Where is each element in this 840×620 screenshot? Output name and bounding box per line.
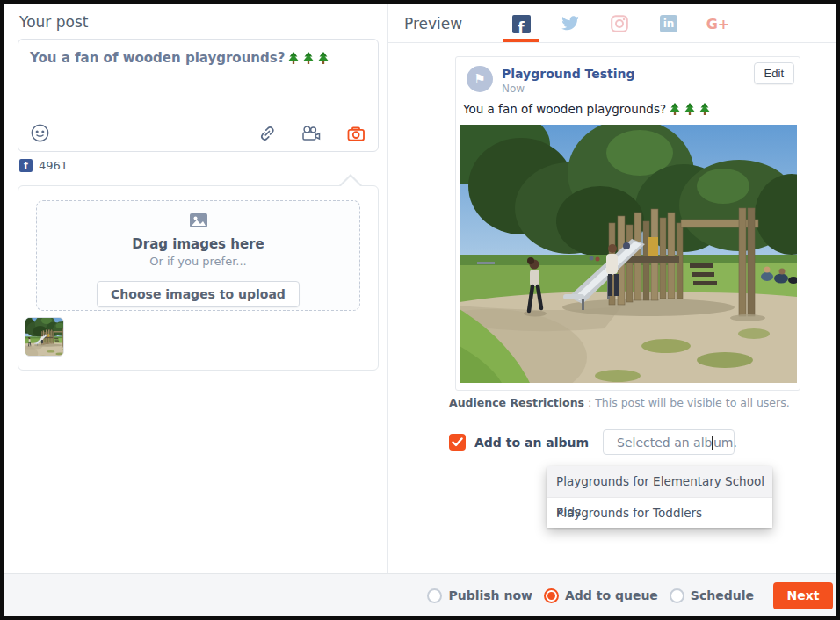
- post-text-value: You a fan of wooden playgrounds?: [30, 49, 366, 67]
- preview-heading: Preview: [404, 15, 462, 32]
- next-button[interactable]: Next: [773, 582, 833, 609]
- attach-video-icon[interactable]: [301, 124, 322, 143]
- tab-googleplus[interactable]: G+: [708, 16, 728, 32]
- linkedin-icon: in: [660, 15, 677, 32]
- edit-button[interactable]: Edit: [754, 62, 794, 84]
- radio-icon: [670, 588, 684, 603]
- picture-icon: [189, 213, 208, 228]
- album-option-toddlers[interactable]: Playgrounds for Toddlers: [547, 497, 772, 528]
- network-tabs: f in G+: [511, 11, 728, 36]
- footer-bar: Publish now Add to queue Schedule Next: [4, 573, 836, 616]
- tab-instagram[interactable]: [610, 15, 629, 32]
- add-to-album-label: Add to an album: [474, 436, 589, 450]
- attach-link-icon[interactable]: [257, 124, 277, 143]
- check-icon: [452, 437, 463, 447]
- post-text-editor[interactable]: You a fan of wooden playgrounds?: [18, 39, 379, 152]
- character-count-value: 4961: [39, 159, 68, 172]
- album-option-elementary[interactable]: Playgrounds for Elementary School Kids: [547, 466, 772, 497]
- your-post-heading: Your post: [19, 13, 88, 31]
- character-counter: f 4961: [19, 159, 68, 172]
- dropzone-subtitle: Or if you prefer...: [37, 255, 359, 268]
- post-preview-text: You a fan of wooden playgrounds?: [463, 102, 711, 116]
- tab-twitter[interactable]: [561, 16, 580, 32]
- emoji-picker-icon[interactable]: [30, 123, 50, 143]
- dropzone-title: Drag images here: [37, 236, 359, 252]
- panel-divider: [387, 4, 388, 573]
- album-select-input[interactable]: Selected an album.: [603, 429, 735, 455]
- radio-icon: [427, 588, 442, 603]
- facebook-count-icon: f: [19, 159, 33, 172]
- twitter-icon: [561, 16, 580, 32]
- page-avatar: ⚑: [467, 66, 493, 92]
- album-dropdown-menu: Playgrounds for Elementary School Kids P…: [547, 466, 772, 528]
- evergreen-tree-emoji: [302, 52, 315, 64]
- audience-restrictions-note: Audience Restrictions : This post will b…: [449, 396, 790, 409]
- evergreen-tree-emoji: [287, 52, 300, 64]
- facebook-icon: f: [512, 15, 531, 33]
- image-dropzone[interactable]: Drag images here Or if you prefer... Cho…: [36, 200, 360, 311]
- tree-emoji-group: [285, 50, 329, 66]
- tree-emoji-group: [666, 102, 711, 116]
- album-row: Add to an album Selected an album.: [449, 429, 735, 455]
- evergreen-tree-emoji: [317, 52, 329, 64]
- schedule-radio[interactable]: Schedule: [670, 588, 754, 603]
- evergreen-tree-emoji: [699, 103, 711, 115]
- page-name: Playground Testing: [502, 67, 635, 81]
- post-composer-window: Your post You a fan of wooden playground…: [0, 0, 840, 620]
- image-upload-panel: Drag images here Or if you prefer... Cho…: [18, 185, 379, 371]
- uploaded-image-thumbnail[interactable]: [25, 317, 64, 357]
- add-to-queue-radio[interactable]: Add to queue: [544, 588, 658, 603]
- post-image: [460, 125, 797, 383]
- radio-icon: [544, 588, 559, 603]
- evergreen-tree-emoji: [684, 103, 696, 115]
- evergreen-tree-emoji: [669, 103, 681, 115]
- post-time: Now: [502, 83, 525, 95]
- add-to-album-checkbox[interactable]: [449, 434, 466, 451]
- googleplus-icon: G+: [706, 16, 730, 32]
- facebook-post-preview: ⚑ Playground Testing Now Edit You a fan …: [455, 56, 800, 391]
- tab-facebook[interactable]: f: [511, 15, 531, 33]
- publish-now-radio[interactable]: Publish now: [427, 588, 532, 603]
- composer-toolbar: [30, 123, 366, 143]
- tab-linkedin[interactable]: in: [659, 15, 678, 32]
- choose-images-button[interactable]: Choose images to upload: [97, 281, 300, 307]
- instagram-icon: [611, 15, 628, 32]
- attach-image-icon[interactable]: [346, 124, 366, 143]
- header-divider: [388, 42, 836, 43]
